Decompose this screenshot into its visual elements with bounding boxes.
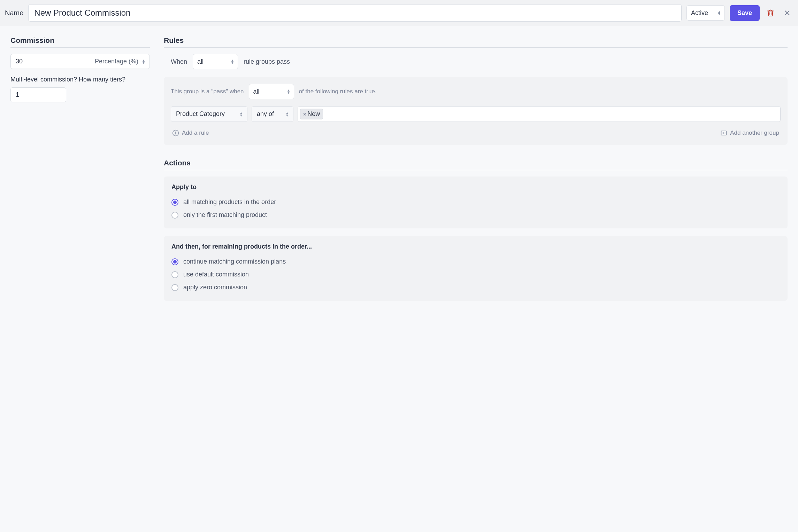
radio-icon <box>171 271 178 278</box>
chevron-updown-icon: ▴▾ <box>287 89 290 94</box>
status-select[interactable]: Active ▴▾ <box>686 5 725 21</box>
tag-label: New <box>307 110 320 118</box>
rule-field-select[interactable]: Product Category ▴▾ <box>171 106 247 122</box>
add-group-label: Add another group <box>730 130 779 136</box>
group-prefix: This group is a "pass" when <box>171 88 244 95</box>
close-icon <box>783 9 791 17</box>
chevron-updown-icon: ▴▾ <box>286 112 288 117</box>
when-value: all <box>197 58 204 65</box>
rules-title: Rules <box>164 36 788 48</box>
add-rule-label: Add a rule <box>182 130 209 136</box>
radio-label: all matching products in the order <box>183 198 276 206</box>
add-group-icon <box>720 130 727 136</box>
commission-value-input[interactable] <box>11 54 90 69</box>
group-footer: Add a rule Add another group <box>171 128 781 138</box>
radio-label: only the first matching product <box>183 211 267 219</box>
commission-input-row: Percentage (%) ▴▾ <box>10 54 150 69</box>
when-select[interactable]: all ▴▾ <box>193 54 238 69</box>
rule-value-input[interactable]: × New <box>298 106 781 122</box>
tiers-label: Multi-level commission? How many tiers? <box>10 76 150 83</box>
radio-then-default[interactable]: use default commission <box>171 268 780 281</box>
commission-type-select[interactable]: Percentage (%) ▴▾ <box>90 54 149 69</box>
apply-to-box: Apply to all matching products in the or… <box>164 177 788 228</box>
radio-icon <box>171 212 178 219</box>
radio-apply-first[interactable]: only the first matching product <box>171 209 780 221</box>
add-group-button[interactable]: Add another group <box>719 128 781 138</box>
rule-group: This group is a "pass" when all ▴▾ of th… <box>164 77 788 145</box>
and-then-title: And then, for remaining products in the … <box>171 243 780 250</box>
chevron-updown-icon: ▴▾ <box>240 112 242 117</box>
chevron-updown-icon: ▴▾ <box>231 59 233 64</box>
rule-operator-value: any of <box>257 110 274 118</box>
rules-when-sentence: When all ▴▾ rule groups pass <box>171 54 788 69</box>
name-input[interactable] <box>28 4 682 22</box>
radio-label: use default commission <box>183 271 249 278</box>
commission-title: Commission <box>10 36 150 48</box>
tag-new: × New <box>300 109 323 119</box>
header-bar: Name Active ▴▾ Save <box>0 0 798 26</box>
rule-operator-select[interactable]: any of ▴▾ <box>252 106 293 122</box>
when-suffix: rule groups pass <box>244 58 290 65</box>
radio-icon <box>171 284 178 291</box>
and-then-box: And then, for remaining products in the … <box>164 236 788 301</box>
rule-field-value: Product Category <box>176 110 225 118</box>
close-button[interactable] <box>781 7 793 19</box>
apply-to-title: Apply to <box>171 183 780 191</box>
content-area: Commission Percentage (%) ▴▾ Multi-level… <box>0 26 798 319</box>
chevron-updown-icon: ▴▾ <box>718 10 720 15</box>
radio-icon <box>171 258 178 265</box>
radio-label: apply zero commission <box>183 284 247 291</box>
add-rule-button[interactable]: Add a rule <box>171 128 210 138</box>
when-label: When <box>171 58 187 65</box>
status-value: Active <box>691 9 708 17</box>
radio-icon <box>171 199 178 206</box>
delete-button[interactable] <box>765 7 776 19</box>
group-match-select[interactable]: all ▴▾ <box>249 84 294 99</box>
tag-remove-icon[interactable]: × <box>303 111 306 117</box>
trash-icon <box>767 9 774 17</box>
save-button[interactable]: Save <box>730 5 760 21</box>
radio-apply-all[interactable]: all matching products in the order <box>171 196 780 209</box>
name-label: Name <box>5 9 23 17</box>
group-sentence: This group is a "pass" when all ▴▾ of th… <box>171 84 781 99</box>
tiers-input[interactable] <box>10 87 66 102</box>
commission-type-label: Percentage (%) <box>95 58 138 65</box>
group-match-value: all <box>253 88 260 95</box>
right-column: Rules When all ▴▾ rule groups pass This … <box>164 36 788 308</box>
group-suffix: of the following rules are true. <box>299 88 377 95</box>
radio-label: continue matching commission plans <box>183 258 286 265</box>
radio-then-continue[interactable]: continue matching commission plans <box>171 255 780 268</box>
actions-title: Actions <box>164 159 788 170</box>
commission-section: Commission Percentage (%) ▴▾ Multi-level… <box>10 36 150 308</box>
rule-row: Product Category ▴▾ any of ▴▾ × New <box>171 106 781 122</box>
chevron-updown-icon: ▴▾ <box>143 59 145 64</box>
plus-circle-icon <box>172 130 179 136</box>
radio-then-zero[interactable]: apply zero commission <box>171 281 780 294</box>
